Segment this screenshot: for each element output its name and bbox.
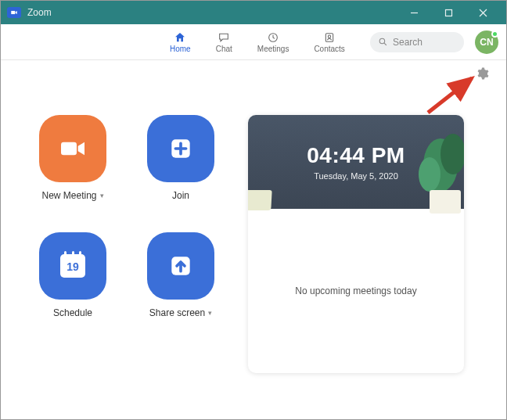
search-icon <box>378 37 388 47</box>
presence-dot-icon <box>491 31 498 38</box>
plant-icon <box>406 127 464 214</box>
chevron-down-icon: ▾ <box>100 192 104 199</box>
search-placeholder: Search <box>393 37 422 48</box>
join-label: Join <box>172 190 189 201</box>
tab-chat[interactable]: Chat <box>211 28 237 56</box>
video-icon <box>57 133 88 164</box>
plant-pot-icon <box>248 190 272 210</box>
clock-date: Tuesday, May 5, 2020 <box>314 171 398 181</box>
schedule-button[interactable]: 19 <box>39 232 106 300</box>
content-area: New Meeting ▾ Join 19 Schedule <box>1 60 506 419</box>
tile-share-screen: Share screen ▾ <box>140 232 221 334</box>
new-meeting-label-row[interactable]: New Meeting ▾ <box>41 190 103 201</box>
svg-line-8 <box>384 43 387 45</box>
tab-chat-label: Chat <box>216 45 232 53</box>
clock-icon <box>266 31 280 44</box>
calendar-day: 19 <box>67 260 79 273</box>
clock-time: 04:44 PM <box>307 143 405 168</box>
join-button[interactable] <box>147 115 214 182</box>
tab-home[interactable]: Home <box>165 28 196 56</box>
search-input[interactable]: Search <box>370 32 464 52</box>
empty-state-text: No upcoming meetings today <box>295 285 416 296</box>
tile-schedule: 19 Schedule <box>32 232 113 334</box>
plus-icon <box>165 133 196 164</box>
new-meeting-label: New Meeting <box>41 190 96 201</box>
titlebar: Zoom <box>1 1 506 24</box>
toolbar: Home Chat Meetings Contacts Search CN <box>1 24 506 60</box>
window-controls <box>397 1 500 24</box>
action-tiles: New Meeting ▾ Join 19 Schedule <box>32 115 221 405</box>
avatar-initials: CN <box>480 37 493 48</box>
svg-point-15 <box>419 157 440 192</box>
tab-home-label: Home <box>170 45 191 53</box>
app-icon <box>7 7 21 18</box>
share-screen-label-row[interactable]: Share screen ▾ <box>149 307 212 318</box>
chat-icon <box>217 31 231 44</box>
contacts-icon <box>322 31 336 44</box>
avatar[interactable]: CN <box>475 31 498 54</box>
svg-point-7 <box>379 38 385 44</box>
tile-join: Join <box>140 115 221 217</box>
svg-point-6 <box>328 35 330 38</box>
tab-meetings-label: Meetings <box>257 45 289 53</box>
tile-new-meeting: New Meeting ▾ <box>32 115 113 217</box>
home-icon <box>173 31 187 44</box>
gear-icon[interactable] <box>475 66 489 81</box>
calendar-icon: 19 <box>60 254 85 278</box>
svg-line-9 <box>428 78 472 113</box>
share-icon <box>165 250 196 282</box>
info-card: 04:44 PM Tuesday, May 5, 2020 No upcomin… <box>248 115 464 373</box>
svg-rect-10 <box>61 142 77 156</box>
info-panel: 04:44 PM Tuesday, May 5, 2020 No upcomin… <box>248 115 492 405</box>
annotation-arrow-icon <box>425 74 480 117</box>
svg-rect-1 <box>445 9 451 16</box>
tab-meetings[interactable]: Meetings <box>253 28 294 56</box>
new-meeting-button[interactable] <box>39 115 106 182</box>
share-screen-button[interactable] <box>147 232 214 300</box>
tab-contacts[interactable]: Contacts <box>309 28 349 56</box>
nav-tabs: Home Chat Meetings Contacts <box>165 28 350 56</box>
share-screen-label: Share screen <box>149 307 205 318</box>
chevron-down-icon: ▾ <box>208 309 212 317</box>
close-button[interactable] <box>466 1 500 24</box>
tab-contacts-label: Contacts <box>314 45 344 53</box>
maximize-button[interactable] <box>431 1 466 24</box>
time-banner: 04:44 PM Tuesday, May 5, 2020 <box>248 115 464 209</box>
settings-row <box>475 66 489 84</box>
schedule-label: Schedule <box>53 307 92 318</box>
window-title: Zoom <box>27 7 397 18</box>
svg-rect-16 <box>430 190 461 214</box>
minimize-button[interactable] <box>397 1 431 24</box>
upcoming-meetings: No upcoming meetings today <box>248 209 464 373</box>
